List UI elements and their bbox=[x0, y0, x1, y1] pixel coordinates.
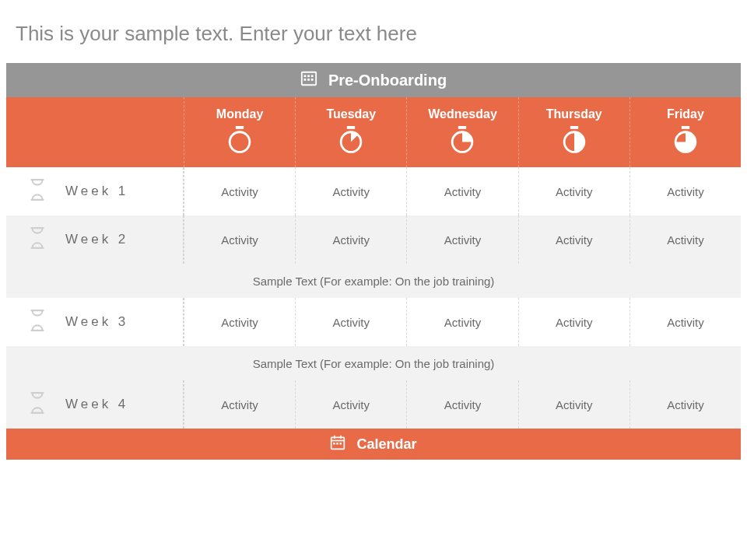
activity-cell: Activity bbox=[630, 298, 741, 346]
day-header-tuesday: Tuesday bbox=[295, 97, 406, 167]
svg-rect-11 bbox=[458, 126, 466, 129]
day-label: Wednesday bbox=[428, 107, 497, 121]
hourglass-icon bbox=[28, 309, 47, 336]
activity-cell: Activity bbox=[630, 215, 741, 264]
activity-cell: Activity bbox=[630, 167, 741, 215]
day-label: Tuesday bbox=[326, 107, 376, 121]
stopwatch-icon bbox=[227, 126, 252, 157]
day-header-monday: Monday bbox=[184, 97, 295, 167]
svg-point-8 bbox=[230, 132, 250, 152]
stopwatch-icon bbox=[673, 126, 698, 157]
svg-rect-5 bbox=[307, 79, 310, 81]
day-header-wednesday: Wednesday bbox=[406, 97, 517, 167]
svg-rect-3 bbox=[311, 75, 314, 77]
sample-text-row: Sample Text (For example: On the job tra… bbox=[6, 264, 741, 298]
svg-rect-22 bbox=[337, 443, 339, 445]
activity-cell: Activity bbox=[518, 167, 630, 215]
activity-cell: Activity bbox=[295, 380, 406, 429]
stopwatch-icon bbox=[338, 126, 363, 157]
day-header-thursday: Thursday bbox=[518, 97, 630, 167]
stopwatch-icon bbox=[450, 126, 475, 157]
week-text: Week 4 bbox=[65, 397, 128, 412]
week-label: Week 1 bbox=[6, 167, 184, 215]
schedule-grid: Monday Tuesday Wednesday Thursday Friday bbox=[6, 97, 741, 429]
section-header: Pre-Onboarding bbox=[6, 63, 741, 97]
week-text: Week 2 bbox=[65, 232, 128, 247]
header-corner bbox=[6, 97, 184, 167]
day-header-friday: Friday bbox=[630, 97, 741, 167]
svg-rect-7 bbox=[236, 126, 244, 129]
calendar-grid-icon bbox=[300, 70, 317, 91]
week-text: Week 3 bbox=[65, 314, 128, 330]
hourglass-icon bbox=[28, 178, 47, 205]
activity-cell: Activity bbox=[184, 380, 295, 429]
svg-rect-19 bbox=[341, 435, 342, 438]
hourglass-icon bbox=[28, 391, 47, 418]
calendar-icon bbox=[330, 435, 345, 454]
activity-cell: Activity bbox=[630, 380, 741, 429]
activity-cell: Activity bbox=[295, 298, 406, 346]
page-title: This is your sample text. Enter your tex… bbox=[0, 0, 747, 63]
day-label: Friday bbox=[667, 107, 704, 121]
activity-cell: Activity bbox=[406, 215, 517, 264]
stopwatch-icon bbox=[562, 126, 587, 157]
footer-bar: Calendar bbox=[6, 429, 741, 460]
svg-rect-2 bbox=[307, 75, 310, 77]
hourglass-icon bbox=[28, 226, 47, 254]
week-label: Week 4 bbox=[6, 380, 184, 429]
footer-label: Calendar bbox=[356, 436, 416, 453]
activity-cell: Activity bbox=[184, 167, 295, 215]
activity-cell: Activity bbox=[406, 167, 517, 215]
svg-rect-4 bbox=[303, 79, 306, 81]
day-label: Thursday bbox=[546, 107, 602, 121]
svg-rect-6 bbox=[311, 79, 314, 81]
svg-rect-15 bbox=[682, 126, 689, 129]
svg-rect-9 bbox=[347, 126, 355, 129]
sample-text-row: Sample Text (For example: On the job tra… bbox=[6, 346, 741, 380]
svg-rect-1 bbox=[303, 75, 306, 77]
week-text: Week 1 bbox=[65, 184, 128, 199]
onboarding-table: Pre-Onboarding Monday Tuesday Wednesday … bbox=[6, 63, 741, 429]
week-label: Week 3 bbox=[6, 298, 184, 346]
activity-cell: Activity bbox=[518, 215, 630, 264]
activity-cell: Activity bbox=[518, 380, 630, 429]
svg-rect-23 bbox=[340, 443, 342, 445]
activity-cell: Activity bbox=[406, 380, 517, 429]
activity-cell: Activity bbox=[184, 215, 295, 264]
week-label: Week 2 bbox=[6, 215, 184, 264]
svg-rect-18 bbox=[334, 435, 335, 438]
activity-cell: Activity bbox=[406, 298, 517, 346]
day-label: Monday bbox=[216, 107, 263, 121]
svg-rect-13 bbox=[570, 126, 578, 129]
activity-cell: Activity bbox=[295, 215, 406, 264]
activity-cell: Activity bbox=[184, 298, 295, 346]
activity-cell: Activity bbox=[295, 167, 406, 215]
svg-rect-21 bbox=[334, 443, 336, 445]
activity-cell: Activity bbox=[518, 298, 630, 346]
section-header-label: Pre-Onboarding bbox=[328, 72, 447, 89]
